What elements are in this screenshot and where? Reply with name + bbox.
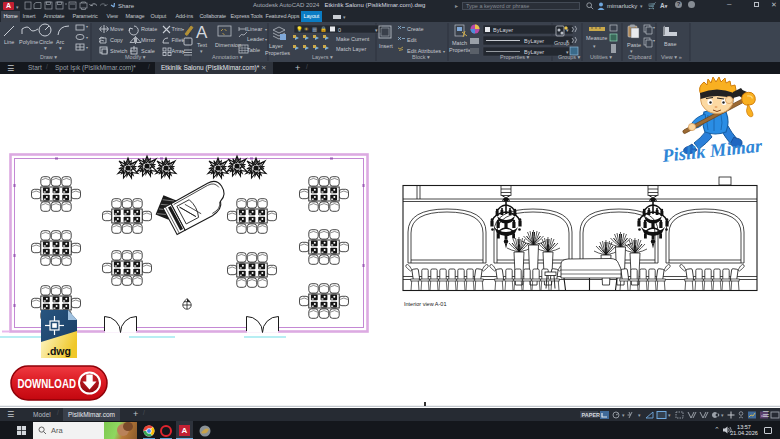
svg-text:▾: ▾ [668, 412, 671, 418]
svg-text:Insert: Insert [379, 43, 393, 49]
svg-text:0: 0 [338, 27, 341, 33]
svg-text:▾: ▾ [86, 35, 88, 40]
svg-text:Copy: Copy [110, 37, 123, 43]
svg-text:▾: ▾ [86, 45, 88, 50]
svg-text:PAPER: PAPER [582, 412, 601, 418]
svg-text:Match: Match [452, 40, 467, 46]
svg-text:Properties: Properties [265, 50, 290, 56]
svg-text:Move: Move [110, 26, 123, 32]
svg-text:ByLayer: ByLayer [493, 27, 513, 33]
svg-text:☀: ☀ [304, 26, 309, 32]
svg-text:Interior view A-01: Interior view A-01 [404, 301, 447, 307]
svg-text:.dwg: .dwg [47, 345, 71, 357]
svg-text:▾: ▾ [638, 412, 641, 418]
svg-text:Draw ▾: Draw ▾ [40, 54, 57, 60]
svg-text:▾: ▾ [653, 25, 655, 30]
svg-text:Leader: Leader [247, 36, 264, 42]
svg-text:Utilities ▾: Utilities ▾ [590, 54, 612, 60]
svg-text:Pislik Mimar: Pislik Mimar [660, 136, 764, 167]
svg-text:Base: Base [664, 41, 677, 47]
svg-text:▾: ▾ [265, 27, 267, 32]
svg-text:Make Current: Make Current [336, 36, 370, 42]
svg-text:Clipboard: Clipboard [628, 54, 652, 60]
svg-text:Table: Table [247, 47, 260, 53]
svg-text:Match Layer: Match Layer [336, 46, 366, 52]
svg-text:A: A [196, 23, 208, 42]
svg-text:💡: 💡 [296, 25, 303, 33]
svg-text:View ▾ »: View ▾ » [661, 54, 682, 60]
svg-text:Rotate: Rotate [141, 26, 157, 32]
svg-text:Line: Line [4, 39, 14, 45]
svg-text:Groups ▾: Groups ▾ [558, 54, 581, 60]
svg-text:Polyline: Polyline [19, 39, 38, 45]
svg-text:🔒: 🔒 [320, 25, 327, 33]
svg-text:Share: Share [118, 3, 135, 9]
svg-text:▾: ▾ [59, 45, 62, 51]
svg-text:▾: ▾ [721, 412, 724, 418]
svg-text:Layer: Layer [269, 43, 283, 49]
svg-text:▾: ▾ [86, 24, 88, 29]
svg-text:Group: Group [554, 40, 569, 46]
svg-text:Layers ▾: Layers ▾ [312, 54, 333, 60]
svg-text:DOWNLOAD: DOWNLOAD [18, 376, 76, 390]
svg-text:▾: ▾ [622, 412, 625, 418]
svg-text:ByLayer: ByLayer [524, 38, 544, 44]
svg-text:Properties ▾: Properties ▾ [500, 54, 530, 60]
svg-text:▾: ▾ [182, 49, 184, 54]
svg-text:Measure: Measure [586, 35, 607, 41]
svg-text:Edit: Edit [407, 37, 417, 43]
svg-text:Block ▾: Block ▾ [412, 54, 430, 60]
svg-text:▾: ▾ [44, 45, 47, 51]
svg-text:▾: ▾ [443, 49, 445, 54]
svg-text:▦: ▦ [312, 26, 317, 32]
svg-text:Linear: Linear [247, 26, 262, 32]
svg-text:Dimension: Dimension [215, 42, 241, 48]
svg-text:▾: ▾ [182, 27, 184, 32]
svg-text:Create: Create [407, 26, 424, 32]
svg-text:Mirror: Mirror [141, 37, 156, 43]
svg-text:▾: ▾ [653, 38, 655, 43]
svg-text:▾: ▾ [265, 37, 267, 42]
svg-text:▾: ▾ [182, 38, 184, 43]
svg-text:Annotation ▾: Annotation ▾ [212, 54, 243, 60]
svg-text:Modify ▾: Modify ▾ [125, 54, 146, 60]
